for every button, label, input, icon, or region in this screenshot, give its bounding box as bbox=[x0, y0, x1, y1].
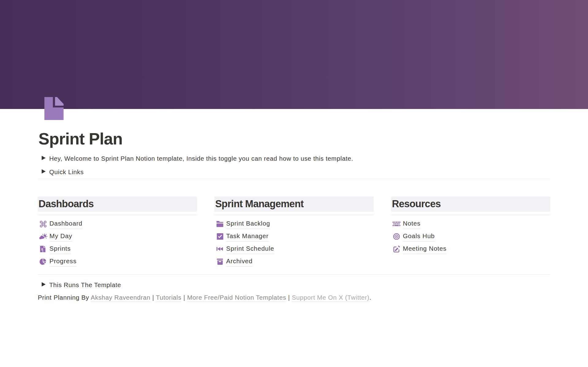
toggle-label: Quick Links bbox=[49, 167, 84, 176]
footer-link-tutorials[interactable]: Tutorials bbox=[156, 294, 181, 302]
footer-separator: | bbox=[150, 294, 156, 301]
footer-link-author[interactable]: Akshay Raveendran bbox=[91, 294, 150, 302]
column-divider bbox=[38, 215, 197, 215]
column-divider bbox=[214, 215, 374, 215]
page-title: Sprint Plan bbox=[39, 129, 551, 149]
column-header-title: Sprint Management bbox=[215, 198, 304, 210]
page-link-progress[interactable]: Progress bbox=[38, 255, 197, 268]
checkbox-icon bbox=[216, 230, 224, 243]
page-link-meeting-notes[interactable]: Meeting Notes bbox=[391, 243, 550, 255]
column-resources: Resources Notes Goals Hub Meeting Notes bbox=[391, 197, 550, 268]
toggle-triangle-icon[interactable] bbox=[40, 155, 47, 162]
page-link-dashboard[interactable]: Dashboard bbox=[38, 218, 197, 230]
toggle-label: This Runs The Template bbox=[49, 280, 121, 289]
page-link-my-day[interactable]: My Day bbox=[38, 230, 197, 243]
toggle-runs-template[interactable]: This Runs The Template bbox=[38, 278, 550, 291]
column-divider bbox=[391, 215, 550, 215]
divider bbox=[38, 179, 550, 179]
footer-prefix: Print Planning By bbox=[38, 294, 89, 301]
footer-separator: | bbox=[286, 294, 292, 301]
column-sprint-management: Sprint Management Sprint Backlog Task Ma… bbox=[214, 197, 374, 268]
column-header-title: Resources bbox=[392, 198, 441, 210]
toggle-triangle-icon[interactable] bbox=[40, 281, 47, 288]
column-header: Sprint Management bbox=[214, 197, 374, 212]
footer-separator: | bbox=[181, 294, 187, 301]
link-list: Notes Goals Hub Meeting Notes bbox=[391, 218, 550, 255]
columns: Dashboards Dashboard My Day Sprints Prog… bbox=[38, 197, 550, 268]
link-list: Sprint Backlog Task Manager Sprint Sched… bbox=[214, 218, 374, 268]
column-header: Dashboards bbox=[38, 197, 197, 212]
archive-icon bbox=[216, 255, 224, 268]
column-header: Resources bbox=[391, 197, 550, 212]
footer-credits: Print Planning By Akshay Raveendran | Tu… bbox=[38, 293, 551, 302]
toggle-triangle-icon[interactable] bbox=[40, 168, 47, 176]
footer-link-support[interactable]: Support Me On X (Twitter) bbox=[292, 294, 369, 302]
document-icon bbox=[40, 243, 47, 255]
page-link-goals-hub[interactable]: Goals Hub bbox=[391, 230, 550, 243]
pie-chart-icon bbox=[40, 255, 47, 268]
command-icon bbox=[40, 218, 47, 230]
keyboard-icon bbox=[393, 218, 400, 230]
footer-suffix: . bbox=[369, 294, 371, 301]
page-link-sprint-backlog[interactable]: Sprint Backlog bbox=[214, 218, 374, 230]
toggle-label: Hey, Welcome to Sprint Plan Notion templ… bbox=[49, 154, 353, 163]
edit-icon bbox=[393, 243, 400, 255]
cover-image bbox=[0, 0, 588, 109]
page-link-sprints[interactable]: Sprints bbox=[38, 243, 197, 255]
page-body: Sprint Plan Hey, Welcome to Sprint Plan … bbox=[38, 109, 550, 302]
target-icon bbox=[393, 230, 400, 243]
sun-behind-cloud-icon bbox=[40, 230, 47, 243]
page-link-sprint-schedule[interactable]: Sprint Schedule bbox=[214, 243, 374, 255]
page-link-notes[interactable]: Notes bbox=[391, 218, 550, 230]
column-dashboards: Dashboards Dashboard My Day Sprints Prog… bbox=[38, 197, 197, 268]
column-header-title: Dashboards bbox=[39, 198, 94, 210]
toggle-quick-links[interactable]: Quick Links bbox=[38, 165, 550, 179]
link-list: Dashboard My Day Sprints Progress bbox=[38, 218, 197, 268]
page-link-task-manager[interactable]: Task Manager bbox=[214, 230, 374, 243]
folder-icon bbox=[216, 218, 224, 230]
rewind-icon bbox=[216, 243, 224, 255]
divider bbox=[38, 274, 550, 275]
page-link-archived[interactable]: Archived bbox=[214, 255, 374, 268]
footer-link-templates[interactable]: More Free/Paid Notion Templates bbox=[187, 294, 286, 302]
toggle-welcome[interactable]: Hey, Welcome to Sprint Plan Notion templ… bbox=[38, 152, 550, 165]
